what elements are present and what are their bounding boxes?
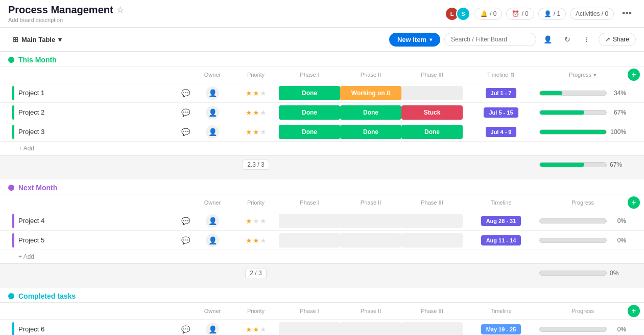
progress-label: Progress — [569, 72, 591, 78]
phase3-cell-project5[interactable] — [401, 233, 463, 248]
add-column-button-this-month[interactable]: + — [628, 69, 640, 81]
add-row-this-month[interactable]: + Add — [0, 141, 644, 155]
stars-project1[interactable]: ★ ★ ★ — [246, 89, 267, 97]
project3-name: Project 3 — [18, 128, 44, 136]
group-dot-this-month — [8, 57, 14, 63]
sort-icon[interactable]: ⇅ — [510, 72, 515, 78]
table-row: Project 1 💬 👤 ★ ★ ★ Done Working on it — [0, 83, 644, 102]
add-column-button-next-month[interactable]: + — [628, 196, 640, 209]
comment-icon-project4[interactable]: 💬 — [181, 217, 190, 225]
search-input[interactable] — [444, 33, 536, 46]
table-selector[interactable]: ⊞ Main Table ▾ — [8, 33, 66, 46]
owner-avatar-project3[interactable]: 👤 — [206, 125, 219, 139]
timeline-cell-project5[interactable]: Aug 11 - 14 — [463, 235, 539, 245]
stat-users[interactable]: 👤 / 1 — [538, 8, 566, 20]
group-next-month: Next Month Owner Priority Phase I Phase … — [0, 180, 644, 282]
phase3-cell-project6[interactable] — [401, 322, 463, 336]
owner-avatar-project5[interactable]: 👤 — [206, 234, 219, 247]
summary-priority-next-month: 2 / 3 — [233, 268, 279, 278]
timeline-cell-project2[interactable]: Jul 5 - 15 — [463, 107, 539, 118]
avatar-group: L S — [445, 7, 470, 21]
timeline-cell-project1[interactable]: Jul 1 - 7 — [463, 88, 539, 98]
star3: ★ — [260, 217, 267, 225]
phase3-cell-project4[interactable] — [401, 214, 463, 228]
phase1-cell-project3[interactable]: Done — [279, 125, 340, 139]
refresh-icon-btn[interactable]: ↻ — [560, 32, 575, 47]
phase1-cell-project4[interactable] — [279, 214, 340, 228]
owner-avatar-project4[interactable]: 👤 — [206, 214, 219, 228]
project6-name: Project 6 — [18, 325, 44, 333]
comment-icon-project3[interactable]: 💬 — [181, 128, 190, 136]
priority-cell-project5: ★ ★ ★ — [233, 236, 279, 244]
group-dot-next-month — [8, 185, 14, 191]
col-add-completed: + — [626, 305, 641, 317]
comment-icon-project2[interactable]: 💬 — [181, 108, 190, 117]
phase1-cell-project1[interactable]: Done — [279, 86, 340, 100]
group-title-completed: Completed tasks — [18, 292, 76, 300]
phase2-cell-project5[interactable] — [340, 233, 401, 248]
owner-cell-project4: 👤 — [192, 214, 233, 228]
comment-icon-project1[interactable]: 💬 — [181, 89, 190, 97]
add-row-next-month[interactable]: + Add — [0, 250, 644, 263]
progress-bar-project1 — [539, 91, 607, 96]
stars-project6[interactable]: ★ ★ ★ — [246, 325, 267, 333]
phase3-cell-project2[interactable]: Stuck — [401, 105, 463, 120]
star1: ★ — [246, 108, 252, 117]
progress-dropdown-icon[interactable]: ▾ — [593, 72, 597, 78]
chevron-down-icon: ▾ — [58, 36, 62, 43]
timeline-badge-project3: Jul 4 - 9 — [486, 127, 517, 137]
share-button[interactable]: ↗ Share — [599, 33, 636, 46]
phase3-cell-project1[interactable] — [401, 86, 463, 100]
row-bar-project1 — [12, 86, 14, 100]
comment-icon-project6[interactable]: 💬 — [181, 325, 190, 333]
phase1-cell-project6[interactable] — [279, 322, 340, 336]
stat-time[interactable]: ⏰ / 0 — [506, 8, 534, 20]
phase2-cell-project4[interactable] — [340, 214, 401, 228]
owner-avatar-project1[interactable]: 👤 — [206, 86, 219, 100]
row-name-project2: Project 2 💬 — [8, 105, 192, 120]
comment-icon-project5[interactable]: 💬 — [181, 236, 190, 244]
phase1-cell-project2[interactable]: Done — [279, 105, 340, 120]
col-headers-completed: Owner Priority Phase I Phase II Phase II… — [0, 302, 644, 319]
filter-icon-btn[interactable]: ⫶ — [579, 32, 594, 47]
more-options-button[interactable]: ••• — [618, 6, 636, 21]
table-name: Main Table — [21, 36, 55, 43]
timeline-cell-project6[interactable]: May 19 - 25 — [463, 324, 539, 334]
board-description[interactable]: Add board description — [8, 17, 124, 23]
phase2-cell-project3[interactable]: Done — [340, 125, 401, 139]
timeline-cell-project4[interactable]: Aug 28 - 31 — [463, 216, 539, 226]
phase3-badge-project1 — [401, 86, 463, 100]
add-column-button-completed[interactable]: + — [628, 305, 640, 317]
phase3-cell-project3[interactable]: Done — [401, 125, 463, 139]
stars-project4[interactable]: ★ ★ ★ — [246, 217, 267, 225]
add-row-label-next-month: + Add — [18, 253, 34, 260]
new-item-button[interactable]: New Item ▾ — [389, 33, 440, 47]
phase2-cell-project2[interactable]: Done — [340, 105, 401, 120]
group-title-this-month: This Month — [18, 56, 57, 64]
person-icon-btn[interactable]: 👤 — [540, 32, 556, 47]
timeline-cell-project3[interactable]: Jul 4 - 9 — [463, 127, 539, 137]
progress-cell-project3: 100% — [539, 128, 626, 136]
stars-project3[interactable]: ★ ★ ★ — [246, 128, 267, 136]
owner-avatar-project6[interactable]: 👤 — [206, 323, 219, 336]
star2: ★ — [253, 217, 259, 225]
owner-avatar-project2[interactable]: 👤 — [206, 106, 219, 119]
phase1-badge-project5 — [279, 233, 340, 248]
col-headers-next-month: Owner Priority Phase I Phase II Phase II… — [0, 194, 644, 211]
progress-cell-project1: 34% — [539, 90, 626, 97]
phase1-badge-project4 — [279, 214, 340, 228]
stars-project5[interactable]: ★ ★ ★ — [246, 236, 267, 244]
summary-row-this-month: 2.3 / 3 67% — [0, 155, 644, 173]
col-owner-completed: Owner — [192, 308, 233, 314]
stat-notifications[interactable]: 🔔 / 0 — [474, 8, 502, 20]
star-icon[interactable]: ☆ — [116, 5, 124, 15]
stars-project2[interactable]: ★ ★ ★ — [246, 108, 267, 117]
activities-stat[interactable]: Activities / 0 — [570, 8, 614, 20]
group-header-completed: Completed tasks — [0, 288, 644, 302]
new-item-dropdown-arrow: ▾ — [430, 37, 432, 42]
toolbar: ⊞ Main Table ▾ New Item ▾ 👤 ↻ ⫶ ↗ Share — [0, 28, 644, 52]
phase1-cell-project5[interactable] — [279, 233, 340, 248]
clock-icon: ⏰ — [512, 10, 519, 17]
phase2-cell-project1[interactable]: Working on it — [340, 86, 401, 100]
phase2-cell-project6[interactable] — [340, 322, 401, 336]
